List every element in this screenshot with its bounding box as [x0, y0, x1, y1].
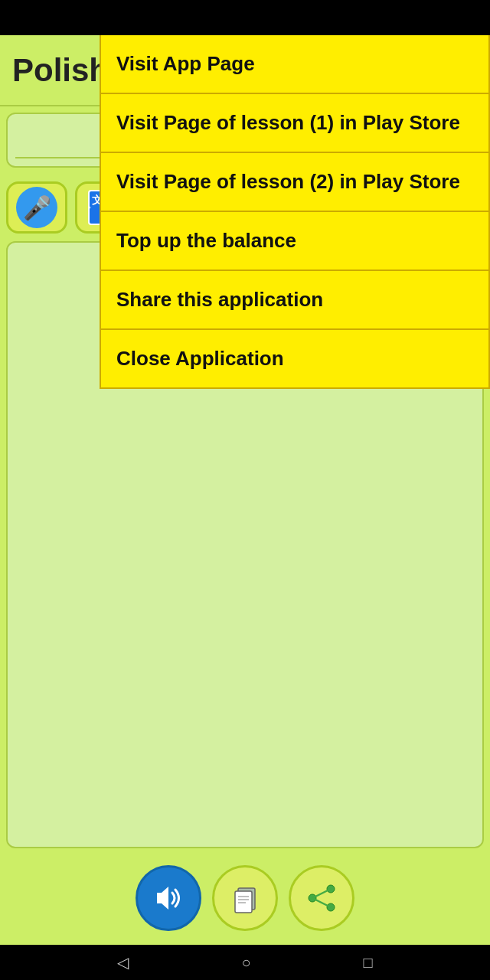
bottom-bar	[0, 854, 490, 945]
menu-item-visit-app-page[interactable]: Visit App Page	[101, 35, 488, 94]
dropdown-menu: Visit App Page Visit Page of lesson (1) …	[100, 35, 490, 389]
home-button[interactable]: ○	[241, 954, 250, 972]
recent-apps-button[interactable]: □	[363, 954, 372, 972]
nav-bar: ◁ ○ □	[0, 945, 490, 980]
svg-line-17	[312, 898, 331, 907]
svg-rect-9	[235, 891, 252, 913]
svg-line-16	[312, 889, 331, 898]
menu-item-share-app[interactable]: Share this application	[101, 271, 488, 330]
share-icon	[305, 881, 338, 915]
speaker-icon	[151, 880, 186, 916]
mic-button[interactable]: 🎤	[6, 181, 67, 234]
mic-icon-bg: 🎤	[16, 187, 57, 228]
speaker-button[interactable]	[136, 865, 201, 931]
app-title: Polish	[12, 52, 109, 89]
menu-item-top-up-balance[interactable]: Top up the balance	[101, 212, 488, 271]
menu-item-visit-lesson-2[interactable]: Visit Page of lesson (2) in Play Store	[101, 153, 488, 212]
app-container: Polish Visit App Page Visit Page of less…	[0, 35, 490, 945]
share-button[interactable]	[289, 865, 354, 931]
svg-marker-7	[157, 887, 168, 910]
copy-icon	[229, 882, 261, 914]
menu-item-visit-lesson-1[interactable]: Visit Page of lesson (1) in Play Store	[101, 94, 488, 153]
status-bar	[0, 0, 490, 35]
mic-icon: 🎤	[23, 194, 51, 221]
back-button[interactable]: ◁	[117, 953, 129, 972]
menu-item-close-app[interactable]: Close Application	[101, 330, 488, 387]
copy-button[interactable]	[212, 865, 278, 931]
